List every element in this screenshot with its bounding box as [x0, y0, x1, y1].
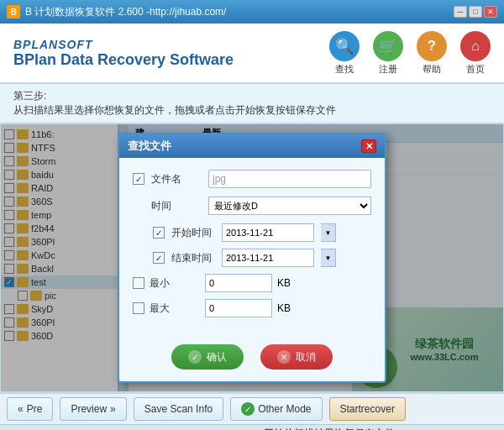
- filename-input[interactable]: [208, 170, 371, 188]
- start-recover-button[interactable]: Startrecover: [329, 397, 406, 421]
- cancel-button[interactable]: ✕ 取消: [260, 344, 333, 370]
- step-line2: 从扫描结果里选择你想恢复的文件，拖拽或者点击开始恢复按钮保存文件: [13, 103, 491, 118]
- help-nav-button[interactable]: ? 帮助: [417, 31, 447, 76]
- end-time-row: 结束时间 ▼: [133, 249, 371, 267]
- max-size-row: 最大 KB: [133, 299, 371, 317]
- home-nav-label: 首页: [466, 63, 485, 76]
- bottom-toolbar: « Pre Preview » Save Scan Info ✓ Other M…: [0, 392, 504, 424]
- preview-button[interactable]: Preview »: [60, 397, 126, 421]
- filename-checkbox[interactable]: [133, 173, 144, 185]
- min-size-input[interactable]: [205, 274, 272, 292]
- preview-label: Preview: [71, 403, 107, 415]
- main-area: 11b6: NTFS Storm baidu RAID 360S: [0, 123, 504, 392]
- min-size-checkbox[interactable]: [133, 277, 144, 289]
- other-mode-icon: ✓: [241, 402, 255, 416]
- minimize-button[interactable]: ─: [454, 6, 467, 18]
- start-date-input[interactable]: [222, 223, 314, 242]
- start-recover-label: Startrecover: [340, 403, 395, 415]
- end-time-label: 结束时间: [171, 251, 215, 265]
- confirm-label: 确认: [207, 350, 227, 364]
- start-time-label: 开始时间: [171, 226, 215, 240]
- modal-body: 文件名 时间 最近修改D 创建时间 开始时间 ▼: [119, 158, 385, 336]
- step-line1: 第三步:: [13, 89, 491, 103]
- register-icon: 🛒: [373, 31, 403, 61]
- home-nav-button[interactable]: ⌂ 首页: [460, 31, 491, 76]
- close-button[interactable]: ✕: [484, 6, 497, 18]
- max-size-label: 最大: [150, 302, 200, 316]
- start-time-row: 开始时间 ▼: [133, 223, 371, 242]
- modal-title: 查找文件: [128, 139, 171, 154]
- title-bar: B B 计划数据恢复软件 2.600 -http://jihuab.com/ ─…: [0, 0, 504, 24]
- filename-row: 文件名: [133, 170, 371, 188]
- pre-prev-icon: «: [18, 403, 24, 415]
- start-time-checkbox[interactable]: [153, 227, 165, 239]
- pre-prev-button[interactable]: « Pre: [7, 397, 53, 421]
- cancel-label: 取消: [296, 350, 316, 364]
- modal-footer: ✓ 确认 ✕ 取消: [119, 336, 385, 381]
- max-size-checkbox[interactable]: [133, 302, 144, 314]
- window-controls: ─ □ ✕: [454, 6, 497, 18]
- min-size-unit: KB: [277, 277, 291, 289]
- filename-label: 文件名: [151, 172, 202, 186]
- status-text: 开始从扫描结果恢复保存文件: [264, 427, 395, 430]
- start-date-dropdown[interactable]: ▼: [321, 223, 336, 242]
- logo-brand: BPLANSOFT: [13, 38, 329, 51]
- max-size-input[interactable]: [205, 299, 272, 317]
- help-nav-label: 帮助: [423, 63, 441, 76]
- app-header: BPLANSOFT BPlan Data Recovery Software 🔍…: [0, 24, 504, 84]
- other-mode-label: Other Mode: [258, 403, 311, 415]
- logo-subtitle: BPlan Data Recovery Software: [13, 51, 329, 69]
- header-icons: 🔍 查找 🛒 注册 ? 帮助 ⌂ 首页: [329, 31, 491, 76]
- home-icon: ⌂: [460, 31, 491, 61]
- other-mode-button[interactable]: ✓ Other Mode: [230, 397, 322, 421]
- search-file-modal: 查找文件 ✕ 文件名 时间 最近修改D 创建时间: [118, 133, 386, 383]
- search-nav-label: 查找: [335, 63, 354, 76]
- modal-title-bar: 查找文件 ✕: [119, 134, 385, 158]
- help-icon: ?: [417, 31, 447, 61]
- end-date-dropdown[interactable]: ▼: [321, 249, 336, 267]
- save-scan-button[interactable]: Save Scan Info: [134, 397, 223, 421]
- cancel-icon: ✕: [277, 350, 291, 364]
- step-section: 第三步: 从扫描结果里选择你想恢复的文件，拖拽或者点击开始恢复按钮保存文件: [0, 84, 504, 123]
- time-type-select[interactable]: 最近修改D 创建时间: [208, 197, 371, 215]
- max-size-unit: KB: [277, 302, 291, 314]
- modal-close-button[interactable]: ✕: [361, 139, 376, 153]
- register-nav-button[interactable]: 🛒 注册: [373, 31, 403, 76]
- search-nav-button[interactable]: 🔍 查找: [329, 31, 360, 76]
- modal-overlay: 查找文件 ✕ 文件名 时间 最近修改D 创建时间: [1, 124, 503, 391]
- pre-label: Pre: [27, 403, 43, 415]
- min-size-label: 最小: [150, 276, 200, 291]
- min-size-row: 最小 KB: [133, 274, 371, 292]
- time-label: 时间: [151, 199, 202, 213]
- preview-next-icon: »: [110, 403, 116, 415]
- logo-section: BPLANSOFT BPlan Data Recovery Software: [13, 38, 329, 69]
- save-scan-label: Save Scan Info: [144, 403, 213, 415]
- end-time-checkbox[interactable]: [153, 252, 165, 264]
- confirm-icon: ✓: [188, 350, 202, 364]
- status-bar: http://jihuab.com support@jihuab.com 开始从…: [0, 424, 504, 430]
- register-nav-label: 注册: [379, 63, 397, 76]
- confirm-button[interactable]: ✓ 确认: [171, 344, 244, 370]
- maximize-button[interactable]: □: [469, 6, 482, 18]
- time-row: 时间 最近修改D 创建时间: [133, 197, 371, 215]
- title-text: B 计划数据恢复软件 2.600 -http://jihuab.com/: [25, 5, 454, 19]
- app-icon: B: [7, 5, 20, 18]
- search-icon: 🔍: [329, 31, 360, 61]
- end-date-input[interactable]: [222, 249, 314, 267]
